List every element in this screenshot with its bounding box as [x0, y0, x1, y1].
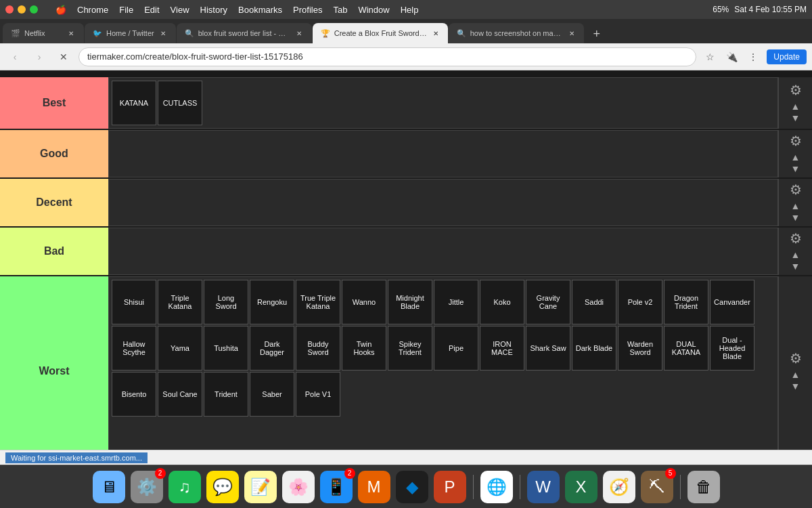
item-dark-blade[interactable]: Dark Blade	[572, 326, 616, 371]
down-arrow-worst[interactable]: ▼	[791, 381, 800, 392]
item-dual-katana[interactable]: DUAL KATANA	[664, 326, 708, 371]
maximize-button[interactable]	[30, 5, 38, 14]
tab-twitter[interactable]: 🐦 Home / Twitter ✕	[85, 23, 176, 43]
dock-appstore[interactable]: 📱2	[320, 471, 353, 503]
minimize-button[interactable]	[18, 5, 26, 14]
menu-history[interactable]: History	[200, 5, 227, 15]
menu-icon[interactable]: ⋮	[745, 49, 761, 65]
down-arrow-decent[interactable]: ▼	[791, 212, 800, 224]
item-saber[interactable]: Saber	[250, 372, 294, 417]
item-katana[interactable]: KATANA	[112, 81, 156, 125]
dock-notes[interactable]: 📝	[244, 471, 277, 503]
settings-icon-decent[interactable]: ⚙	[790, 182, 802, 198]
dock-trash[interactable]: 🗑	[687, 471, 720, 503]
dock-word[interactable]: W	[527, 471, 560, 503]
item-midnight-blade[interactable]: Midnight Blade	[388, 280, 432, 324]
dock-settings[interactable]: ⚙️2	[131, 471, 163, 503]
menu-window[interactable]: Window	[358, 5, 389, 15]
item-twin-hooks[interactable]: Twin Hooks	[342, 326, 386, 371]
menu-help[interactable]: Help	[401, 5, 419, 15]
settings-icon-good[interactable]: ⚙	[790, 133, 802, 149]
down-arrow-bad[interactable]: ▼	[791, 261, 800, 272]
item-iron-mace[interactable]: IRON MACE	[480, 326, 524, 371]
tier-content-good[interactable]	[108, 130, 778, 177]
dock-safari[interactable]: 🧭	[603, 471, 635, 503]
dock-minecraft[interactable]: ⛏5	[641, 471, 673, 503]
item-cutlass[interactable]: CUTLASS	[158, 81, 202, 125]
menu-file[interactable]: File	[119, 5, 133, 15]
menu-profiles[interactable]: Profiles	[293, 5, 322, 15]
item-spikey-trident[interactable]: Spikey Trident	[388, 326, 432, 371]
item-yama[interactable]: Yama	[158, 326, 202, 371]
down-arrow-best[interactable]: ▼	[791, 112, 800, 124]
tab-twitter-close[interactable]: ✕	[158, 28, 168, 38]
refresh-button[interactable]: ✕	[54, 47, 73, 66]
tab-tiermaker[interactable]: 🏆 Create a Blox Fruit Sword Tier... ✕	[313, 23, 448, 43]
settings-icon-best[interactable]: ⚙	[790, 82, 802, 98]
tab-screenshot[interactable]: 🔍 how to screenshot on mac - G... ✕	[449, 23, 584, 43]
item-long-sword[interactable]: Long Sword	[204, 280, 248, 324]
update-button[interactable]: Update	[767, 49, 807, 64]
item-warden-sword[interactable]: Warden Sword	[618, 326, 662, 371]
up-arrow-best[interactable]: ▲	[791, 101, 800, 112]
tab-netflix-close[interactable]: ✕	[66, 28, 76, 38]
item-pole-v2[interactable]: Pole v2	[618, 280, 662, 324]
forward-button[interactable]: ›	[30, 47, 49, 66]
item-pipe[interactable]: Pipe	[434, 326, 478, 371]
item-triple-katana[interactable]: Triple Katana	[158, 280, 202, 324]
item-buddy-sword[interactable]: Buddy Sword	[296, 326, 340, 371]
apple-icon[interactable]: 🍎	[55, 5, 66, 15]
tier-content-bad[interactable]	[108, 228, 778, 275]
new-tab-button[interactable]: +	[587, 24, 606, 43]
menu-chrome[interactable]: Chrome	[77, 5, 108, 15]
dock-powerpoint[interactable]: P	[434, 471, 466, 503]
item-dual--headed-blade[interactable]: Dual -Headed Blade	[710, 326, 754, 371]
item-bisento[interactable]: Bisento	[112, 372, 156, 417]
item-shark-saw[interactable]: Shark Saw	[526, 326, 570, 371]
item-dark-dagger[interactable]: Dark Dagger	[250, 326, 294, 371]
item-saddi[interactable]: Saddi	[572, 280, 616, 324]
dock-photos[interactable]: 🌸	[282, 471, 315, 503]
dock-excel[interactable]: X	[565, 471, 597, 503]
item-rengoku[interactable]: Rengoku	[250, 280, 294, 324]
tab-tiermaker-close[interactable]: ✕	[431, 28, 439, 38]
menu-tab[interactable]: Tab	[333, 5, 347, 15]
item-soul-cane[interactable]: Soul Cane	[158, 372, 202, 417]
tier-content-decent[interactable]	[108, 179, 778, 226]
dock-finder[interactable]: 🖥	[93, 471, 125, 503]
tab-google[interactable]: 🔍 blox fruit sword tier list - Goo... ✕	[177, 23, 312, 43]
dock-spotify[interactable]: ♫	[168, 471, 201, 503]
item-koko[interactable]: Koko	[480, 280, 524, 324]
item-trident[interactable]: Trident	[204, 372, 248, 417]
close-button[interactable]	[5, 5, 14, 14]
down-arrow-good[interactable]: ▼	[791, 163, 800, 175]
tab-netflix[interactable]: 🎬 Netflix ✕	[3, 23, 84, 43]
item-pole-v1[interactable]: Pole V1	[296, 372, 340, 417]
url-bar[interactable]: tiermaker.com/create/blox-fruit-sword-ti…	[78, 47, 696, 66]
up-arrow-worst[interactable]: ▲	[791, 369, 800, 381]
item-tushita[interactable]: Tushita	[204, 326, 248, 371]
item-shisui[interactable]: Shisui	[112, 280, 156, 324]
settings-icon-worst[interactable]: ⚙	[790, 350, 802, 366]
item-canvander[interactable]: Canvander	[710, 280, 754, 324]
menu-edit[interactable]: Edit	[144, 5, 159, 15]
settings-icon-bad[interactable]: ⚙	[790, 230, 802, 247]
tier-content-best[interactable]: KATANA CUTLASS	[108, 77, 778, 129]
item-jittle[interactable]: Jittle	[434, 280, 478, 324]
dock-matlab[interactable]: M	[358, 471, 390, 503]
dock-kakao[interactable]: 💬	[206, 471, 239, 503]
item-gravity-cane[interactable]: Gravity Cane	[526, 280, 570, 324]
item-wanno[interactable]: Wanno	[342, 280, 386, 324]
tier-content-worst[interactable]: ShisuiTriple KatanaLong SwordRengokuTrue…	[108, 276, 778, 450]
up-arrow-bad[interactable]: ▲	[791, 249, 800, 261]
menu-view[interactable]: View	[171, 5, 189, 15]
tab-screenshot-close[interactable]: ✕	[567, 28, 575, 38]
back-button[interactable]: ‹	[5, 47, 24, 66]
up-arrow-good[interactable]: ▲	[791, 152, 800, 163]
dock-chrome[interactable]: 🌐	[480, 471, 513, 503]
bookmark-icon[interactable]: ☆	[702, 49, 718, 65]
item-hallow-scythe[interactable]: Hallow Scythe	[112, 326, 156, 371]
up-arrow-decent[interactable]: ▲	[791, 200, 800, 212]
item-dragon-trident[interactable]: Dragon Trident	[664, 280, 708, 324]
item-true-triple-katana[interactable]: True Triple Katana	[296, 280, 340, 324]
